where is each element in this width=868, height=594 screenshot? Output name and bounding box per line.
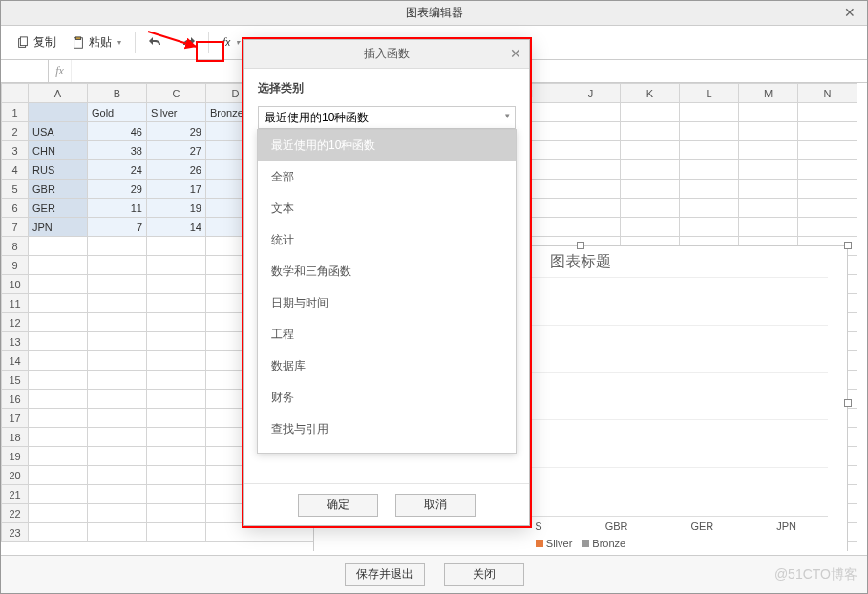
row-header[interactable]: 20 — [2, 466, 29, 485]
cell[interactable] — [147, 237, 206, 256]
column-header[interactable]: K — [621, 84, 680, 103]
cell[interactable] — [147, 447, 206, 466]
cell[interactable]: GBR — [29, 180, 88, 199]
cell[interactable] — [147, 523, 206, 542]
cell[interactable] — [147, 371, 206, 390]
cell[interactable] — [798, 218, 857, 237]
cell[interactable] — [561, 199, 621, 218]
cell[interactable] — [798, 199, 857, 218]
category-option[interactable]: 日期与时间 — [258, 287, 516, 319]
cell[interactable]: JPN — [29, 218, 88, 237]
cell[interactable] — [798, 160, 857, 180]
category-option[interactable]: 信息 — [258, 445, 516, 454]
cell[interactable] — [147, 428, 206, 447]
cell[interactable] — [29, 351, 88, 371]
cell[interactable] — [147, 409, 206, 428]
column-header[interactable]: N — [798, 84, 857, 103]
cell[interactable] — [29, 390, 88, 409]
cell[interactable] — [147, 275, 206, 294]
cancel-button[interactable]: 取消 — [395, 494, 476, 517]
category-option[interactable]: 查找与引用 — [258, 414, 516, 445]
cell[interactable] — [29, 332, 88, 351]
cell[interactable] — [739, 199, 798, 218]
cell[interactable] — [147, 313, 206, 332]
ok-button[interactable]: 确定 — [298, 494, 378, 517]
column-header[interactable]: C — [147, 84, 206, 103]
cell[interactable]: 11 — [88, 199, 147, 218]
column-header[interactable]: M — [739, 84, 798, 103]
row-header[interactable]: 7 — [2, 218, 29, 237]
row-header[interactable]: 19 — [2, 447, 29, 466]
row-header[interactable]: 11 — [2, 294, 29, 313]
cell[interactable] — [29, 523, 88, 542]
cell[interactable] — [88, 371, 147, 390]
cell[interactable] — [88, 351, 147, 371]
cell[interactable] — [88, 504, 147, 523]
cell[interactable] — [621, 160, 680, 180]
cell[interactable] — [680, 180, 739, 199]
cell[interactable] — [29, 428, 88, 447]
cell[interactable] — [621, 122, 680, 141]
row-header[interactable]: 21 — [2, 485, 29, 504]
cell[interactable] — [798, 103, 857, 122]
row-header[interactable]: 18 — [2, 428, 29, 447]
column-header[interactable]: A — [29, 84, 88, 103]
cell[interactable] — [739, 103, 798, 122]
row-header[interactable]: 17 — [2, 409, 29, 428]
row-header[interactable]: 4 — [2, 160, 29, 180]
cell[interactable] — [680, 103, 739, 122]
row-header[interactable]: 13 — [2, 332, 29, 351]
cell[interactable] — [798, 180, 857, 199]
copy-button[interactable]: 复制 — [11, 31, 62, 54]
cell[interactable] — [88, 523, 147, 542]
cell[interactable] — [739, 160, 798, 180]
cell[interactable]: 27 — [147, 141, 206, 160]
cell[interactable] — [88, 332, 147, 351]
cell[interactable] — [88, 390, 147, 409]
row-header[interactable]: 2 — [2, 122, 29, 141]
cell[interactable] — [680, 199, 739, 218]
cell[interactable] — [561, 180, 621, 199]
cell[interactable] — [29, 371, 88, 390]
cell[interactable] — [29, 294, 88, 313]
row-header[interactable]: 1 — [2, 103, 29, 122]
cell[interactable] — [88, 447, 147, 466]
cell[interactable]: Gold — [88, 103, 147, 122]
cell[interactable] — [798, 141, 857, 160]
column-header[interactable]: B — [88, 84, 147, 103]
cell[interactable] — [88, 256, 147, 275]
row-header[interactable]: 22 — [2, 504, 29, 523]
cell[interactable] — [739, 122, 798, 141]
row-header[interactable]: 14 — [2, 351, 29, 371]
cell[interactable] — [29, 409, 88, 428]
cell[interactable] — [561, 103, 621, 122]
cell[interactable] — [29, 504, 88, 523]
cell[interactable] — [29, 313, 88, 332]
row-header[interactable]: 6 — [2, 199, 29, 218]
cell[interactable] — [561, 141, 621, 160]
insert-function-button[interactable]: fx ▾ — [217, 32, 245, 53]
cell[interactable] — [88, 275, 147, 294]
cell[interactable]: 29 — [147, 122, 206, 141]
cell[interactable] — [29, 466, 88, 485]
window-close-button[interactable]: ✕ — [844, 5, 859, 20]
category-option[interactable]: 最近使用的10种函数 — [258, 130, 516, 161]
cell[interactable] — [88, 294, 147, 313]
category-option[interactable]: 全部 — [258, 161, 516, 193]
cell[interactable] — [88, 466, 147, 485]
column-header[interactable]: J — [561, 84, 621, 103]
cell[interactable] — [621, 218, 680, 237]
cell[interactable] — [147, 504, 206, 523]
cell[interactable] — [561, 122, 621, 141]
category-option[interactable]: 数据库 — [258, 350, 516, 382]
cell[interactable] — [621, 199, 680, 218]
cell[interactable] — [147, 256, 206, 275]
cell[interactable] — [29, 485, 88, 504]
cell[interactable] — [680, 141, 739, 160]
cell[interactable] — [88, 409, 147, 428]
cell[interactable]: 19 — [147, 199, 206, 218]
cell[interactable]: 17 — [147, 180, 206, 199]
category-option[interactable]: 统计 — [258, 224, 516, 256]
close-button[interactable]: 关闭 — [444, 563, 524, 586]
row-header[interactable]: 8 — [2, 237, 29, 256]
